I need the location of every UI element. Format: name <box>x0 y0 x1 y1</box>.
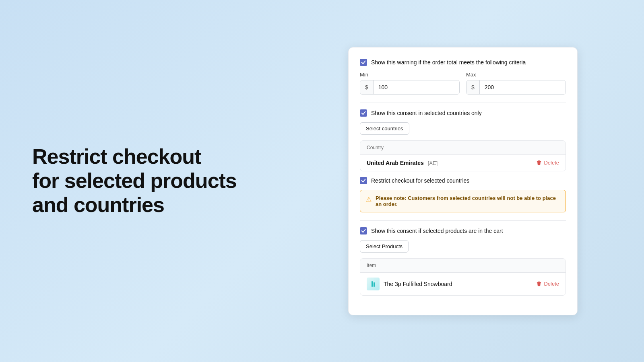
svg-rect-2 <box>372 281 373 287</box>
product-thumbnail <box>367 278 380 290</box>
warning-text: Please note: Customers from selected cou… <box>376 195 560 207</box>
products-table: Item The 3p Fulfilled Snowboard <box>360 258 566 296</box>
product-icon <box>369 280 377 288</box>
hero-title: Restrict checkout for selected products … <box>32 145 237 217</box>
min-prefix: $ <box>360 80 374 94</box>
svg-rect-4 <box>538 281 540 282</box>
country-name: United Arab Emirates [AE] <box>367 160 536 166</box>
min-label: Min <box>360 72 460 78</box>
products-checkbox-label: Show this consent if selected products a… <box>371 228 503 234</box>
restrict-checkout-checkbox[interactable] <box>360 177 367 184</box>
warning-icon: ⚠ <box>366 195 372 203</box>
max-input-wrapper: $ <box>466 80 566 95</box>
right-panel: Show this warning if the order total mee… <box>314 31 644 331</box>
min-input[interactable] <box>374 80 459 94</box>
products-checkbox[interactable] <box>360 227 367 234</box>
restrict-checkout-label: Restrict checkout for selected countries <box>371 177 469 184</box>
min-field: Min $ <box>360 72 460 95</box>
delete-country-button[interactable]: Delete <box>536 160 559 166</box>
country-code: [AE] <box>428 160 438 166</box>
left-panel: Restrict checkout for selected products … <box>0 113 314 249</box>
warning-box: ⚠ Please note: Customers from selected c… <box>360 190 566 212</box>
restrict-checkout-checkbox-row: Restrict checkout for selected countries <box>360 177 566 184</box>
max-input[interactable] <box>480 80 566 94</box>
order-total-checkbox-label: Show this warning if the order total mee… <box>371 59 526 66</box>
min-max-row: Min $ Max $ <box>360 72 566 95</box>
select-products-button[interactable]: Select Products <box>360 240 409 253</box>
max-prefix: $ <box>466 80 480 94</box>
min-input-wrapper: $ <box>360 80 460 95</box>
restrict-checkout-row: Restrict checkout for selected countries… <box>360 177 566 212</box>
delete-product-button[interactable]: Delete <box>536 281 559 287</box>
svg-rect-3 <box>374 282 375 287</box>
svg-rect-0 <box>538 160 540 161</box>
country-row: United Arab Emirates [AE] Delete <box>360 155 566 171</box>
trash-icon-product <box>536 281 542 287</box>
select-countries-button[interactable]: Select countries <box>360 122 409 135</box>
countries-section: Show this consent in selected countries … <box>360 109 566 212</box>
max-field: Max $ <box>466 72 566 95</box>
products-checkbox-row: Show this consent if selected products a… <box>360 227 566 234</box>
countries-table: Country United Arab Emirates [AE] Delete <box>360 140 566 171</box>
countries-checkbox-row: Show this consent in selected countries … <box>360 109 566 117</box>
order-total-checkbox[interactable] <box>360 59 367 66</box>
countries-table-header: Country <box>360 141 566 155</box>
svg-rect-5 <box>537 282 541 282</box>
settings-card: Show this warning if the order total mee… <box>348 47 578 315</box>
products-section: Show this consent if selected products a… <box>360 227 566 296</box>
divider-1 <box>360 103 566 103</box>
max-label: Max <box>466 72 566 78</box>
product-row: The 3p Fulfilled Snowboard Delete <box>360 273 566 295</box>
countries-checkbox-label: Show this consent in selected countries … <box>371 110 482 116</box>
divider-2 <box>360 220 566 221</box>
svg-rect-1 <box>537 161 541 161</box>
order-total-checkbox-row: Show this warning if the order total mee… <box>360 59 566 66</box>
order-total-section: Show this warning if the order total mee… <box>360 59 566 95</box>
countries-checkbox[interactable] <box>360 109 367 117</box>
product-name: The 3p Fulfilled Snowboard <box>384 281 536 287</box>
trash-icon <box>536 160 542 166</box>
products-table-header: Item <box>360 259 566 273</box>
